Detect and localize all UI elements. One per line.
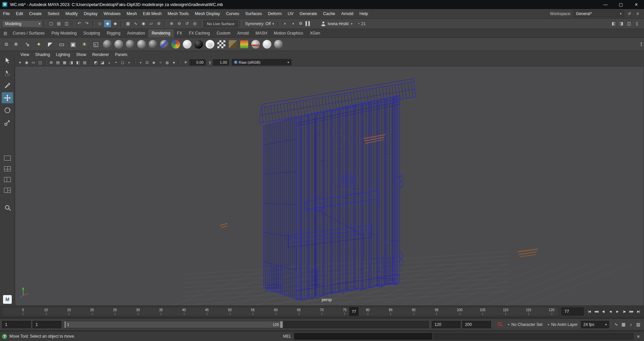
panel-menu-renderer[interactable]: Renderer	[89, 51, 112, 58]
panel-toolbar-icon[interactable]: ▦	[61, 59, 68, 65]
menu-uv[interactable]: UV	[285, 9, 297, 18]
scale-tool-button[interactable]	[2, 117, 13, 128]
help-icon[interactable]: ?	[2, 334, 7, 339]
workspace-menu-icon[interactable]: ≡	[635, 11, 641, 16]
menu-curves[interactable]: Curves	[223, 9, 243, 18]
time-slider-ruler[interactable]: 77 5101520253035404550556065707580859095…	[2, 307, 559, 316]
move-tool-button[interactable]	[2, 92, 13, 103]
menu-mesh[interactable]: Mesh	[124, 9, 140, 18]
anim-layer-label[interactable]: No Anim Layer	[551, 322, 578, 327]
panel-menu-lighting[interactable]: Lighting	[53, 51, 73, 58]
script-editor-icon[interactable]: ≡	[635, 334, 642, 339]
menu-mesh-tools[interactable]: Mesh Tools	[165, 9, 192, 18]
exposure-icon[interactable]: ☀	[184, 60, 187, 65]
shadow-toggle-icon[interactable]: ◱	[91, 39, 101, 50]
undo-icon[interactable]: ↶	[76, 20, 83, 27]
spot-light-icon[interactable]: ◤	[45, 39, 55, 50]
character-set-label[interactable]: No Character Set	[512, 322, 543, 327]
menu-help[interactable]: Help	[356, 9, 371, 18]
step-forward-key-button[interactable]: ▶▶	[628, 308, 635, 315]
go-to-start-button[interactable]: |◀	[586, 308, 593, 315]
shaded-red-band-icon[interactable]	[250, 39, 261, 50]
menu-generate[interactable]: Generate	[297, 9, 320, 18]
anisotropic-material-icon[interactable]	[159, 39, 169, 50]
menu-surfaces[interactable]: Surfaces	[242, 9, 265, 18]
phong-e-material-icon[interactable]	[148, 39, 158, 50]
current-time-marker[interactable]: 77	[349, 307, 359, 316]
construction-history-icon[interactable]: ↺	[183, 20, 191, 27]
directional-light-icon[interactable]: ⇘	[22, 39, 33, 50]
animation-start-field[interactable]: 1	[2, 321, 31, 328]
playback-curves-icon[interactable]: ∿	[612, 321, 620, 328]
shelf-tab-curves-surfaces[interactable]: Curves / Surfaces	[9, 29, 48, 38]
volume-light-icon[interactable]: ▣	[68, 39, 78, 50]
scroll-down-icon[interactable]: ▼	[640, 44, 643, 47]
menu-display[interactable]: Display	[81, 9, 101, 18]
redo-icon[interactable]: ↷	[84, 20, 91, 27]
save-scene-icon[interactable]: ◫	[63, 20, 70, 27]
magnifier-icon[interactable]	[5, 205, 9, 210]
select-hierarchy-icon[interactable]: ◇	[96, 20, 103, 27]
gray-material-icon[interactable]	[273, 39, 283, 50]
panel-toolbar-icon[interactable]: ⊞	[48, 59, 54, 65]
playback-end-field[interactable]: 120	[432, 321, 461, 328]
panel-toolbar-icon[interactable]: ◪	[99, 59, 106, 65]
shelf-tab-arnold[interactable]: Arnold	[234, 29, 252, 38]
panel-toolbar-icon[interactable]: ◒	[106, 59, 112, 65]
live-surface-field[interactable]: No Live Surface	[204, 20, 238, 27]
menu-windows[interactable]: Windows	[101, 9, 124, 18]
anim-layer-menu-icon[interactable]: ▾	[546, 321, 551, 328]
shelf-tab-mash[interactable]: MASH	[252, 29, 271, 38]
workspace-reset-icon[interactable]: ↺	[626, 11, 632, 16]
open-scene-icon[interactable]: ▤	[55, 20, 62, 27]
snap-curve-icon[interactable]: ∿	[132, 20, 139, 27]
viewport-canvas[interactable]: persp	[15, 66, 644, 306]
panel-toolbar-icon[interactable]: ◻	[119, 59, 126, 65]
render-frame-icon[interactable]: ◐	[282, 20, 289, 27]
menu-file[interactable]: File	[0, 9, 13, 18]
play-forwards-button[interactable]: ▶	[614, 308, 621, 315]
shelf-tab-custom[interactable]: Custom	[213, 29, 234, 38]
paint-select-tool-button[interactable]	[2, 80, 13, 91]
toon-shader-icon[interactable]	[262, 39, 272, 50]
shelf-tab-motion-graphics[interactable]: Motion Graphics	[270, 29, 306, 38]
close-button[interactable]: ×	[629, 0, 644, 9]
fps-dropdown[interactable]: 24 fps ▾	[581, 321, 609, 328]
ipr-render-icon[interactable]: ◑	[289, 20, 297, 27]
lasso-tool-button[interactable]	[2, 67, 13, 78]
panel-toolbar-icon[interactable]: ⊡	[144, 59, 150, 65]
view-transform-dropdown[interactable]: Raw (sRGB) ▾	[232, 59, 291, 65]
point-light-icon[interactable]: ✦	[34, 39, 44, 50]
range-end-handle[interactable]	[280, 321, 283, 328]
menu-arnold[interactable]: Arnold	[338, 9, 356, 18]
light-editor-icon[interactable]: ☀	[79, 39, 90, 50]
set-key-icon[interactable]	[497, 322, 503, 327]
mel-language-toggle[interactable]: MEL	[283, 334, 291, 339]
snap-point-icon[interactable]: ◉	[140, 20, 147, 27]
ambient-light-icon[interactable]: ✳	[11, 39, 21, 50]
menu-mesh-display[interactable]: Mesh Display	[192, 9, 223, 18]
menu-set-dropdown[interactable]: Modeling ▾	[2, 20, 42, 27]
pause-icon[interactable]: ▌▌	[305, 20, 312, 27]
panel-toolbar-icon[interactable]: ◩	[93, 59, 99, 65]
two-pane-layout-button[interactable]	[4, 177, 11, 182]
shelf-menu-icon[interactable]: ▤	[1, 29, 9, 38]
panel-toolbar-icon[interactable]: ◓	[113, 59, 119, 65]
snap-plane-icon[interactable]: ▱	[148, 20, 155, 27]
checker-texture-icon[interactable]	[216, 39, 226, 50]
standard-surface-icon[interactable]	[102, 39, 112, 50]
menu-edit[interactable]: Edit	[13, 9, 26, 18]
gamma-field[interactable]: 1.00	[213, 59, 229, 65]
panel-toolbar-icon[interactable]: ▤	[55, 59, 61, 65]
menu-select[interactable]: Select	[45, 9, 62, 18]
tool-settings-toggle-icon[interactable]: ◫	[626, 20, 633, 27]
step-back-frame-button[interactable]: ◀|	[600, 308, 607, 315]
maximize-button[interactable]: ▢	[613, 0, 629, 9]
output-connections-icon[interactable]: ⊖	[176, 20, 183, 27]
input-connections-icon[interactable]: ⊕	[168, 20, 175, 27]
go-to-end-button[interactable]: ▶|	[635, 308, 642, 315]
workspace-dropdown[interactable]: General* ▾	[574, 10, 624, 17]
playback-start-field[interactable]: 1	[33, 321, 61, 328]
snap-grid-icon[interactable]: ▦	[124, 20, 131, 27]
menu-edit-mesh[interactable]: Edit Mesh	[140, 9, 165, 18]
